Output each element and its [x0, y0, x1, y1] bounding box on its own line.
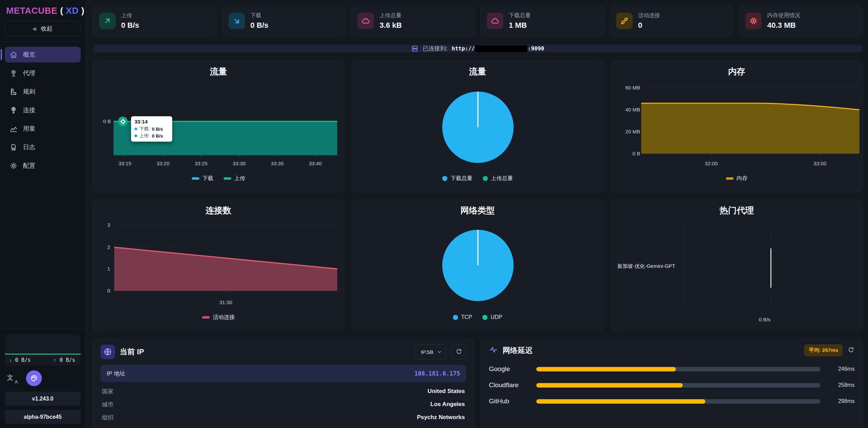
app-logo: METACUBE ( XD ) [5, 5, 81, 16]
chart-legend: 下载总量 上传总量 [358, 171, 597, 185]
traffic-line-chart[interactable]: 0 B 33:15 33:20 33:25 33:30 33:35 33:40 … [99, 80, 338, 171]
sidebar-item-overview[interactable]: 概览 [5, 47, 81, 62]
network-type-pie-chart[interactable] [358, 218, 597, 310]
ip-source-select[interactable]: IP.SB [415, 344, 446, 359]
memory-chart-card: 内存 60 MB 40 MB 20 MB 0 B 32:00 33:00 内 [611, 61, 863, 192]
collapse-sidebar-button[interactable]: « 收起 [5, 21, 81, 36]
stat-card-active-connections: 活动连接 0 [610, 5, 734, 36]
y-tick: 0 B [103, 118, 111, 124]
memory-chart[interactable]: 60 MB 40 MB 20 MB 0 B 32:00 33:00 [618, 80, 856, 171]
chart-title: 热门代理 [618, 205, 856, 218]
gear-icon [10, 162, 17, 170]
ip-label: IP 地址 [107, 370, 125, 378]
x-tick: 33:30 [233, 160, 246, 166]
bottom-panels: 当前 IP IP.SB IP 地址 108.181.6.175 国家 Unite… [93, 338, 863, 428]
sidebar-item-connections[interactable]: 连接 [5, 102, 81, 118]
latency-row-github: GitHub 298ms [489, 397, 855, 405]
connections-chart[interactable]: 3 2 1 0 31:30 [99, 218, 338, 310]
connected-to-label: 已连接到: [423, 45, 448, 52]
redacted-host [475, 45, 527, 52]
arrow-up-right-icon [99, 13, 116, 29]
legend-tcp[interactable]: TCP [453, 314, 472, 320]
traffic-line-chart-card: 流量 0 B 33:15 33:20 33:25 33:30 33:35 33:… [93, 61, 344, 192]
palette-icon [30, 374, 38, 382]
chart-title: 流量 [358, 66, 597, 80]
traffic-pie-chart-card: 流量 下载总量 上传总量 [352, 61, 603, 192]
ip-detail-row-city: 城市 Los Angeles [101, 398, 466, 411]
sidebar-item-rules[interactable]: 规则 [5, 84, 81, 99]
sidebar-upload-rate: ↑ 0 B/s [54, 357, 75, 363]
latency-row-cloudflare: Cloudflare 258ms [489, 381, 855, 389]
current-ip-panel: 当前 IP IP.SB IP 地址 108.181.6.175 国家 Unite… [93, 338, 474, 428]
panel-title: 网络延迟 [503, 345, 533, 356]
latency-bar [536, 367, 820, 371]
legend-download[interactable]: 下载 [192, 175, 213, 182]
ip-detail-row-country: 国家 United States [101, 385, 466, 398]
y-tick: 2 [107, 244, 110, 250]
sidebar-nav: 概览 代理 规则 连接 用量 日志 配置 [5, 47, 81, 174]
cloud-upload-icon [357, 13, 374, 29]
connections-chart-card: 连接数 3 2 1 0 31:30 活动连接 [93, 200, 344, 331]
collapse-label: 收起 [41, 25, 52, 33]
chart-title: 网络类型 [358, 205, 597, 218]
legend-upload[interactable]: 上传 [224, 175, 245, 182]
backend-connection-bar: 已连接到: http://:9090 [93, 45, 863, 52]
sidebar-item-logs[interactable]: 日志 [5, 139, 81, 155]
chart-legend: 活动连接 [99, 310, 338, 324]
traffic-pie-chart[interactable] [358, 80, 597, 171]
chart-legend: TCP UDP [358, 310, 597, 324]
chart-title: 流量 [99, 66, 338, 80]
cpu-chip-icon [745, 13, 762, 29]
arrow-down-right-icon [228, 13, 245, 29]
latency-bar [536, 399, 820, 404]
chart-title: 内存 [618, 66, 856, 80]
sidebar-item-usage[interactable]: 用量 [5, 121, 81, 136]
top-proxies-chart-card: 热门代理 新加坡-优化-Gemini-GPT 0 B/s [611, 200, 863, 331]
x-tick: 33:25 [195, 160, 208, 166]
logo-xd: XD [66, 5, 79, 16]
theme-palette-button[interactable] [26, 370, 42, 386]
y-tick: 0 B [632, 151, 640, 156]
refresh-icon [847, 347, 855, 354]
chart-title: 连接数 [99, 205, 338, 218]
legend-udp[interactable]: UDP [482, 314, 502, 320]
x-tick: 33:00 [813, 160, 826, 166]
refresh-latency-button[interactable] [847, 347, 855, 354]
arrow-up-icon: ↑ [54, 357, 57, 363]
legend-download-total[interactable]: 下载总量 [442, 175, 472, 182]
x-tick: 33:35 [271, 160, 284, 166]
hover-marker [118, 117, 128, 126]
cloud-download-icon [487, 13, 503, 29]
y-tick: 0 [107, 288, 110, 294]
refresh-icon [455, 348, 462, 356]
sidebar: METACUBE ( XD ) « 收起 概览 代理 规则 连接 用量 [0, 0, 86, 428]
chart-legend: 下载 上传 [99, 171, 338, 185]
stats-row: 上传 0 B/s 下载 0 B/s 上传总量 3.6 kB 下载总量 1 MB [93, 5, 863, 36]
stat-card-download-total: 下载总量 1 MB [480, 5, 604, 36]
legend-active-connections[interactable]: 活动连接 [202, 314, 235, 321]
ip-value: 108.181.6.175 [414, 370, 460, 377]
chart-legend: 内存 [618, 171, 856, 185]
x-tick: 31:30 [219, 299, 232, 305]
plug-connected-icon [616, 13, 633, 29]
x-tick: 33:15 [118, 160, 131, 166]
dashboard-build-button[interactable]: alpha-97bce45 [5, 410, 81, 424]
ip-detail-row-org: 组织 Psychz Networks [101, 411, 466, 424]
latency-bar [536, 383, 820, 388]
proxy-value-label: 0 B/s [759, 317, 771, 322]
y-tick: 60 MB [625, 85, 640, 91]
language-icon[interactable]: 文A [7, 373, 17, 383]
legend-memory[interactable]: 内存 [726, 175, 748, 182]
main-content: 上传 0 B/s 下载 0 B/s 上传总量 3.6 kB 下载总量 1 MB [86, 0, 868, 428]
legend-upload-total[interactable]: 上传总量 [483, 175, 513, 182]
chevron-down-icon [437, 349, 442, 355]
top-proxies-chart[interactable]: 新加坡-优化-Gemini-GPT 0 B/s [618, 218, 856, 324]
logo-metacube: METACUBE [6, 5, 57, 16]
proxy-category-label: 新加坡-优化-Gemini-GPT [618, 263, 684, 270]
refresh-ip-button[interactable] [451, 344, 466, 359]
document-icon [10, 143, 17, 151]
sidebar-item-config[interactable]: 配置 [5, 158, 81, 174]
core-version-button[interactable]: v1.243.0 [5, 392, 81, 406]
download-dot [134, 128, 137, 130]
sidebar-item-proxies[interactable]: 代理 [5, 65, 81, 81]
